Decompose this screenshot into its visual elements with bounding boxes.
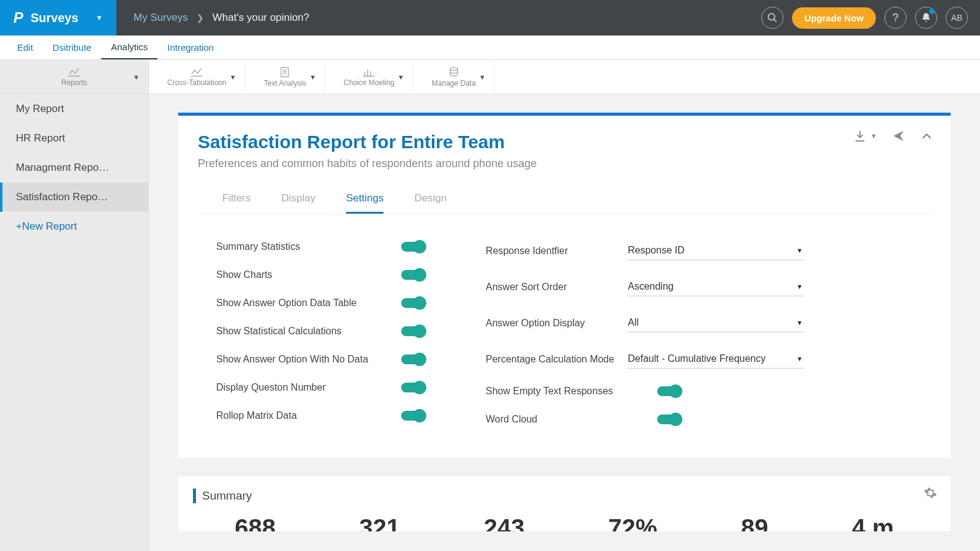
report-tabs: Filters Display Settings Design (198, 185, 931, 214)
toggle-show-charts[interactable] (401, 270, 424, 280)
help-button[interactable]: ? (884, 7, 907, 29)
report-subtitle: Preferences and common habits of respond… (198, 157, 931, 170)
select-sort-order[interactable]: Ascending▼ (627, 277, 804, 296)
setting-label: Show Empty Text Responses (486, 386, 645, 397)
toolbar: Reports ▼ Cross-Tabulatioon ▼ Text Analy… (0, 60, 980, 94)
setting-label: Word Cloud (486, 414, 645, 425)
tool-label: Choice Moeling (344, 78, 394, 87)
nav-integration[interactable]: Intregration (157, 36, 224, 59)
chevron-right-icon: ❯ (197, 13, 204, 23)
toggle-statistical-calc[interactable] (401, 326, 424, 336)
document-icon (279, 67, 290, 78)
select-percentage-mode[interactable]: Default - Cumulative Frequency▼ (627, 350, 804, 369)
bell-icon (921, 12, 932, 23)
sidebar-item-my-report[interactable]: My Report (0, 94, 148, 124)
summary-settings-button[interactable] (924, 486, 937, 502)
stat-value: 72% (608, 514, 657, 531)
setting-label: Show Answer Option Data Table (216, 298, 356, 309)
setting-label: Show Charts (216, 269, 273, 280)
setting-label: Show Answer Option With No Data (216, 354, 368, 365)
share-button[interactable] (892, 129, 905, 143)
toggle-answer-data-table[interactable] (401, 298, 424, 308)
setting-label: Rollop Matrix Data (216, 410, 297, 421)
tab-filters[interactable]: Filters (222, 185, 251, 214)
new-report-button[interactable]: +New Report (0, 212, 148, 241)
upgrade-button[interactable]: Upgrade Now (792, 7, 876, 29)
nav-edit[interactable]: Edit (7, 36, 43, 59)
notifications-button[interactable] (915, 7, 937, 29)
chevron-down-icon: ▼ (796, 355, 803, 362)
tool-text-analysis[interactable]: Text Analysis ▼ (246, 60, 325, 94)
tab-display[interactable]: Display (281, 185, 315, 214)
chart-icon (190, 67, 203, 77)
setting-label: Display Queston Number (216, 382, 326, 393)
accent-bar (193, 489, 196, 503)
summary-title: Summary (202, 489, 252, 503)
tool-manage-data[interactable]: Manage Data ▼ (413, 60, 495, 94)
brand-logo-icon: P (13, 9, 23, 26)
share-icon (892, 129, 905, 143)
stat-value: 243 (484, 514, 525, 531)
toggle-empty-text[interactable] (657, 386, 680, 396)
toggle-summary-statistics[interactable] (401, 242, 424, 252)
stat-value: 89 (741, 514, 769, 531)
setting-label: Percentage Calculation Mode (486, 354, 614, 365)
toggle-question-number[interactable] (401, 383, 424, 392)
breadcrumb-current: What's your opinion? (213, 12, 309, 24)
select-answer-display[interactable]: All▼ (627, 313, 804, 332)
chevron-down-icon: ▼ (96, 13, 103, 22)
select-response-identifier[interactable]: Response ID▼ (627, 241, 804, 260)
svg-line-1 (774, 19, 777, 22)
chevron-down-icon: ▼ (796, 247, 803, 254)
svg-point-0 (769, 13, 775, 20)
download-button[interactable]: ▼ (853, 129, 877, 143)
tool-choice-modeling[interactable]: Choice Moeling ▼ (325, 60, 413, 94)
tool-label: Text Analysis (264, 79, 306, 88)
setting-label: Answer Sort Order (486, 282, 614, 293)
breadcrumb-root[interactable]: My Surveys (134, 12, 188, 24)
secondary-nav: Edit Dsitribute Analytics Intregration (0, 36, 980, 60)
breadcrumb: My Surveys ❯ What's your opinion? (116, 12, 309, 24)
database-icon (448, 67, 459, 78)
stat-value: 4 m (852, 514, 894, 531)
chevron-down-icon: ▼ (398, 73, 404, 81)
chevron-down-icon: ▼ (309, 73, 316, 81)
brand-menu[interactable]: P Surveys ▼ (0, 0, 116, 36)
nav-analytics[interactable]: Analytics (101, 36, 157, 59)
download-icon (853, 129, 867, 143)
tab-settings[interactable]: Settings (346, 185, 383, 214)
select-value: Response ID (628, 245, 685, 256)
summary-card: Summary 688 321 243 72% 89 4 m (178, 476, 951, 531)
line-chart-icon (68, 67, 80, 77)
tool-label: Manage Data (432, 79, 476, 88)
chevron-up-icon (920, 129, 933, 143)
stat-value: 688 (235, 514, 276, 531)
toggle-rollup-matrix[interactable] (401, 411, 424, 421)
sidebar-item-satisfaction-report[interactable]: Satisfaction Repo… (0, 182, 148, 212)
chevron-down-icon: ▼ (796, 319, 803, 326)
sidebar-item-hr-report[interactable]: HR Report (0, 124, 148, 153)
report-title: Satisfaction Report for Entire Team (198, 132, 931, 152)
nav-distribute[interactable]: Dsitribute (43, 36, 101, 59)
setting-label: Show Statistical Calculations (216, 326, 342, 337)
setting-label: Summary Statistics (216, 241, 300, 252)
help-icon: ? (892, 12, 899, 24)
svg-point-12 (450, 67, 458, 70)
report-card: ▼ Satisfaction Report for Entire Team Pr… (178, 113, 951, 458)
toggle-no-data-option[interactable] (401, 354, 424, 364)
tab-design[interactable]: Design (414, 185, 447, 214)
stat-value: 321 (360, 514, 401, 531)
tool-reports[interactable]: Reports ▼ (0, 60, 149, 94)
sidebar-item-management-report[interactable]: Managment Repo… (0, 153, 148, 182)
chevron-down-icon: ▼ (133, 73, 140, 81)
select-value: Default - Cumulative Frequency (628, 353, 766, 364)
tool-label: Reports (61, 78, 87, 87)
gear-icon (924, 486, 937, 500)
tool-label: Cross-Tabulatioon (167, 78, 227, 87)
search-icon (767, 12, 778, 23)
toggle-word-cloud[interactable] (657, 414, 680, 424)
search-button[interactable] (761, 7, 783, 29)
collapse-button[interactable] (920, 129, 933, 143)
avatar[interactable]: AB (946, 7, 968, 29)
tool-crosstab[interactable]: Cross-Tabulatioon ▼ (149, 60, 246, 94)
